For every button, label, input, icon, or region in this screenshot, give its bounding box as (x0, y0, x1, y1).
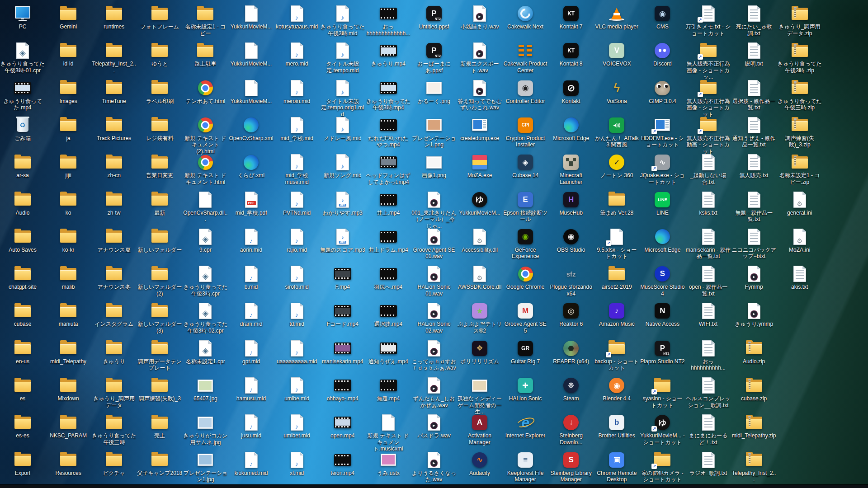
desktop-icon[interactable]: ϟVoiSona (594, 79, 639, 105)
desktop-icon[interactable]: アナウンス冬 (91, 265, 137, 291)
desktop-icon[interactable]: ♪umibe.mid (274, 376, 320, 402)
desktop-icon[interactable]: NKSC_PARAM (46, 413, 91, 439)
desktop-icon[interactable]: ▶答え知ってでもむずいわこれ.wav (457, 79, 502, 111)
desktop-icon[interactable]: YukkuriMovieM... (229, 5, 274, 30)
desktop-icon[interactable]: PNT2おーばーまにあ.ppsf (411, 42, 457, 74)
desktop-icon[interactable]: 孤独なインディーゲーム開発者の一生... (457, 376, 502, 415)
desktop-icon[interactable]: きゅうり_調声用データ (91, 376, 137, 408)
desktop-icon[interactable]: createdump.exe (457, 116, 502, 142)
desktop-icon[interactable]: ↗万引きメモ.txt - ショートカット (686, 5, 731, 37)
desktop-icon[interactable]: PDFmid_学校.pdf (229, 191, 274, 216)
desktop-icon[interactable]: cubase.zip (731, 376, 777, 402)
desktop-icon[interactable]: きゅうり食ってた午後3時.mp4 (366, 79, 411, 111)
desktop-icon[interactable]: ↗9.5.xlsx - ショートカット (594, 228, 639, 260)
desktop-icon[interactable]: ja (46, 116, 91, 142)
desktop-icon[interactable]: ピクチャ (91, 451, 137, 477)
desktop-icon[interactable]: eInternet Explorer (503, 413, 548, 439)
desktop-icon[interactable]: Export (0, 451, 45, 477)
desktop-icon[interactable]: ⊘Kontakt (548, 79, 594, 105)
desktop-icon[interactable]: jijii (46, 153, 91, 179)
desktop-icon[interactable]: ♪新規ソング.mid (320, 153, 365, 179)
desktop-icon[interactable]: +HALion Sonic (503, 376, 548, 402)
desktop-icon[interactable]: zh-cn (91, 153, 137, 179)
desktop-icon[interactable]: Telepathy_Inst_2... (731, 451, 777, 483)
desktop-icon[interactable]: ⚙MoZA.ini (777, 228, 822, 253)
desktop-icon[interactable]: malib (46, 265, 91, 291)
desktop-icon[interactable]: Images (46, 79, 91, 105)
desktop-icon[interactable]: 最新 (137, 191, 182, 216)
desktop-icon[interactable]: ∿↗JQuake.exe - ショートカット (640, 153, 685, 185)
desktop-icon[interactable]: zh-tw (91, 191, 137, 216)
desktop-icon[interactable]: 調声練習(失敗)_3.zip (777, 116, 822, 148)
desktop-icon[interactable]: ar-sa (0, 153, 45, 179)
desktop-icon[interactable]: ▶こってゅｈｄすおｆｄｓｂふぁ.wav (411, 339, 457, 371)
desktop-icon[interactable]: MoZA.exe (457, 153, 502, 179)
desktop-icon[interactable]: ◈9.cpr (183, 228, 228, 253)
desktop-icon[interactable]: くらび.xml (229, 153, 274, 179)
desktop-icon[interactable]: VLC media player (594, 5, 639, 30)
desktop-icon[interactable]: ohhayo-.mp4 (320, 376, 365, 402)
desktop-icon[interactable]: 通知うぜえ.mp4 (366, 339, 411, 365)
desktop-icon[interactable]: Telepathy_Inst_2... (91, 42, 137, 74)
desktop-icon[interactable]: Audio.zip (731, 339, 777, 365)
desktop-icon[interactable]: ♪kiokumed.mid (229, 451, 274, 477)
desktop-icon[interactable]: 調声用データテンプレート (137, 339, 182, 371)
desktop-icon[interactable]: インスタグラム (91, 302, 137, 328)
desktop-icon[interactable]: きゅうり食ってた.mp4 (0, 79, 45, 111)
desktop-icon[interactable]: ◉CMS (640, 5, 685, 30)
desktop-icon[interactable]: 通知うぜえ - 親作品一覧.txt (731, 116, 777, 148)
desktop-icon[interactable]: ≡Keepforest File Manager (503, 451, 548, 483)
desktop-icon[interactable]: ★ぷよぷよ™テトリス®2 (457, 302, 502, 334)
desktop-icon[interactable]: TimeTune (91, 79, 137, 105)
desktop-icon[interactable]: ksks.txt (686, 191, 731, 216)
desktop-icon[interactable]: open.mp4 (320, 413, 365, 439)
desktop-icon[interactable]: おっhhhhhhhhhhhhh... (366, 5, 411, 37)
desktop-icon[interactable]: en-us (0, 339, 45, 365)
desktop-icon[interactable]: Fコード.mp4 (320, 302, 365, 328)
desktop-icon[interactable]: ♪rajio.mid (274, 228, 320, 253)
desktop-icon[interactable]: 筆まめ Ver.28 (594, 191, 639, 216)
desktop-icon[interactable]: ♪mero.mid (274, 42, 320, 67)
desktop-icon[interactable]: まにまにわーるど！.txt (686, 413, 731, 446)
desktop-icon[interactable]: F.mp4 (320, 265, 365, 291)
desktop-icon[interactable]: ⚙AWSSDK.Core.dll (457, 265, 502, 291)
desktop-icon[interactable]: 死にたい_ゅ歌詞.txt (731, 5, 777, 37)
desktop-icon[interactable]: 無人販売.txt (731, 153, 777, 179)
desktop-icon[interactable]: Microsoft Edge (640, 228, 685, 253)
desktop-icon[interactable]: ♪uaaaaaaaaa.mid (274, 339, 320, 365)
desktop-icon[interactable]: 説明.txt (731, 42, 777, 67)
desktop-icon[interactable]: ♪umibet.mid (274, 413, 320, 439)
desktop-icon[interactable]: ↓Steinberg Downlo... (548, 413, 594, 446)
desktop-icon[interactable]: ♪Amazon Music (594, 302, 639, 328)
desktop-icon[interactable]: ♪MP3無題のスコア.mp3 (320, 228, 365, 253)
desktop-icon[interactable]: ▶新規エクスポート.wav (457, 42, 502, 74)
desktop-icon[interactable]: ↗家の防犯カメラ - ショートカット (640, 451, 685, 483)
desktop-icon[interactable]: ▶よりうるさくなった.wav (411, 451, 457, 483)
desktop-icon[interactable]: アナウンス夏 (91, 228, 137, 253)
desktop-icon[interactable]: ♪xl.mid (274, 451, 320, 477)
desktop-icon[interactable]: teion.mp4 (320, 451, 365, 477)
desktop-icon[interactable]: Minecraft Launcher (548, 153, 594, 185)
desktop-icon[interactable]: おっhhhhhhhhhh... (686, 339, 731, 371)
desktop-icon[interactable]: レジ袋有料 (137, 116, 182, 142)
desktop-icon[interactable]: ◉Controller Editor (503, 79, 548, 105)
desktop-icon[interactable]: 名称未設定1 - コピー.zip (777, 153, 822, 185)
desktop-icon[interactable]: YukkuriMovieM... (229, 79, 274, 105)
desktop-icon[interactable]: 営業日変更 (137, 153, 182, 179)
desktop-icon[interactable]: きゅうり (91, 339, 137, 365)
desktop-icon[interactable]: manisekarin - 親作品一覧.txt (686, 228, 731, 260)
desktop-icon[interactable]: フォトフレーム (137, 5, 182, 30)
desktop-icon[interactable]: ヘルスコンプレッション__歌詞.txt (686, 376, 731, 408)
desktop-icon[interactable]: OpenCvSharp.dll... (183, 191, 228, 223)
taskbar[interactable] (0, 484, 868, 488)
desktop-icon[interactable]: ↗backup - ショートカット (594, 339, 639, 371)
desktop-icon[interactable]: 無題 - 親作品一覧.txt (731, 191, 777, 223)
desktop-icon[interactable]: Cakewalk Next (503, 5, 548, 30)
desktop-icon[interactable]: SSteinberg Library Manager (548, 451, 594, 483)
desktop-icon[interactable]: REAPER (x64) (548, 339, 594, 365)
desktop-icon[interactable]: OpenCvSharp.xml (229, 116, 274, 142)
desktop-icon[interactable]: 井上ドラム.mp4 (366, 228, 411, 253)
desktop-icon[interactable]: ◀)))かんたん！ AITalk 3 関西風 (594, 116, 639, 148)
desktop-icon[interactable]: 新しいフォルダー (2) (137, 265, 182, 297)
desktop-icon[interactable]: ▶HALion Sonic 01.wav (411, 265, 457, 297)
